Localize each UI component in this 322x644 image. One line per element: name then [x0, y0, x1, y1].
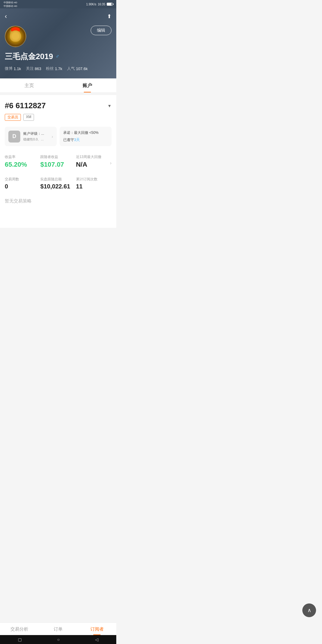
edit-button[interactable]: 编辑	[91, 26, 112, 35]
profile-stats: 微博 1.1k 关注 863 粉丝 1.7k 人气 107.6k	[5, 66, 112, 71]
tab-account[interactable]: 账户	[58, 78, 116, 92]
rating-card-content: 账户评级：... 稳健性0.0、...	[23, 131, 49, 142]
main-tabs: 主页 账户	[0, 78, 116, 93]
stat-follow: 关注 863	[26, 66, 41, 71]
stats-row-2: 交易周数 0 实盘跟随总额 $10,022.61 累计订阅次数 11	[5, 176, 112, 191]
stat-fans-value: 1.7k	[55, 66, 62, 71]
stat-fans: 粉丝 1.7k	[46, 66, 62, 71]
stat-follow-value: 863	[35, 66, 41, 71]
share-button[interactable]: ⬆	[107, 13, 112, 20]
tab-home[interactable]: 主页	[0, 78, 58, 92]
stat-trading-weeks-label: 交易周数	[5, 177, 40, 182]
back-button[interactable]: ‹	[5, 13, 7, 20]
stat-popularity-label: 人气	[67, 66, 75, 71]
stat-total-follow-value: $10,022.61	[40, 183, 76, 190]
promise-card: 承诺：最大回撤 <50% 已遵守3天	[60, 127, 112, 146]
rating-d-icon: D	[8, 131, 20, 143]
profile-header: ‹ ⬆ 编辑 三毛点金2019 ♂ 微博 1.1k 关注 863 粉丝 1.7k…	[0, 8, 116, 78]
stat-max-drawdown-label: 近13周最大回撤	[76, 154, 112, 160]
tag-trader: 交易员	[5, 114, 21, 121]
tag-xm: XM	[23, 114, 34, 121]
rating-card-arrow-icon: ›	[52, 134, 53, 139]
avatar	[5, 26, 26, 47]
promise-card-title: 承诺：最大回撤 <50%	[63, 130, 108, 135]
stat-fans-label: 粉丝	[46, 66, 54, 71]
time-display: 16:35	[98, 3, 105, 6]
stats-expand-arrow-icon[interactable]: ›	[110, 160, 112, 166]
stat-follower-gain: 跟随者收益 $107.07	[40, 153, 76, 170]
stat-max-drawdown: 近13周最大回撤 N/A	[76, 153, 112, 170]
profile-top: 编辑	[5, 26, 112, 47]
profile-name-row: 三毛点金2019 ♂	[5, 51, 112, 62]
carrier-info: 中国移动 HD 中国移动 HD	[4, 1, 17, 8]
stats-row-1-wrapper: 收益率 65.20% 跟随者收益 $107.07 近13周最大回撤 N/A ›	[5, 153, 112, 170]
stat-weibo-label: 微博	[5, 66, 13, 71]
rating-card-title: 账户评级：...	[23, 131, 49, 136]
stat-follower-gain-value: $107.07	[40, 161, 76, 168]
stat-return-rate-label: 收益率	[5, 154, 40, 160]
stat-return-rate-value: 65.20%	[5, 161, 40, 168]
stat-trading-weeks-value: 0	[5, 183, 40, 190]
stat-weibo-value: 1.1k	[14, 66, 21, 71]
info-cards: D 账户评级：... 稳健性0.0、... › 承诺：最大回撤 <50% 已遵守…	[5, 127, 112, 146]
stat-max-drawdown-value: N/A	[76, 161, 112, 168]
stat-subscription-count-value: 11	[76, 183, 112, 190]
gender-icon: ♂	[55, 53, 60, 60]
profile-name: 三毛点金2019	[5, 51, 53, 62]
stat-trading-weeks: 交易周数 0	[5, 176, 40, 191]
account-tags: 交易员 XM	[5, 114, 112, 121]
stat-subscription-count-label: 累计订阅次数	[76, 177, 112, 182]
network-speed: 1.90K/s	[86, 3, 96, 6]
status-right: 1.90K/s 16:35	[86, 3, 113, 6]
account-content: #6 6112827 ▼ 交易员 XM D 账户评级：... 稳健性0.0、..…	[0, 95, 116, 228]
account-number: #6 6112827	[5, 101, 46, 110]
stat-subscription-count: 累计订阅次数 11	[76, 176, 112, 191]
header-top-bar: ‹ ⬆	[5, 13, 112, 20]
stat-follow-label: 关注	[26, 66, 34, 71]
battery-icon	[107, 3, 113, 6]
stat-weibo: 微博 1.1k	[5, 66, 21, 71]
stat-follower-gain-label: 跟随者收益	[40, 154, 76, 160]
dropdown-arrow-icon[interactable]: ▼	[107, 103, 112, 108]
rating-card-subtitle: 稳健性0.0、...	[23, 137, 49, 142]
stat-return-rate: 收益率 65.20%	[5, 153, 40, 170]
promise-card-value: 已遵守3天	[63, 137, 108, 143]
account-header: #6 6112827 ▼	[5, 101, 112, 110]
no-strategy-text: 暂无交易策略	[5, 198, 112, 204]
status-bar: 中国移动 HD 中国移动 HD 1.90K/s 16:35	[0, 0, 116, 8]
rating-card[interactable]: D 账户评级：... 稳健性0.0、... ›	[5, 127, 57, 146]
stat-total-follow: 实盘跟随总额 $10,022.61	[40, 176, 76, 191]
stat-popularity-value: 107.6k	[76, 66, 88, 71]
promise-days: 3天	[74, 137, 80, 142]
stat-popularity: 人气 107.6k	[67, 66, 88, 71]
stats-row-1: 收益率 65.20% 跟随者收益 $107.07 近13周最大回撤 N/A	[5, 153, 112, 170]
stat-total-follow-label: 实盘跟随总额	[40, 177, 76, 182]
